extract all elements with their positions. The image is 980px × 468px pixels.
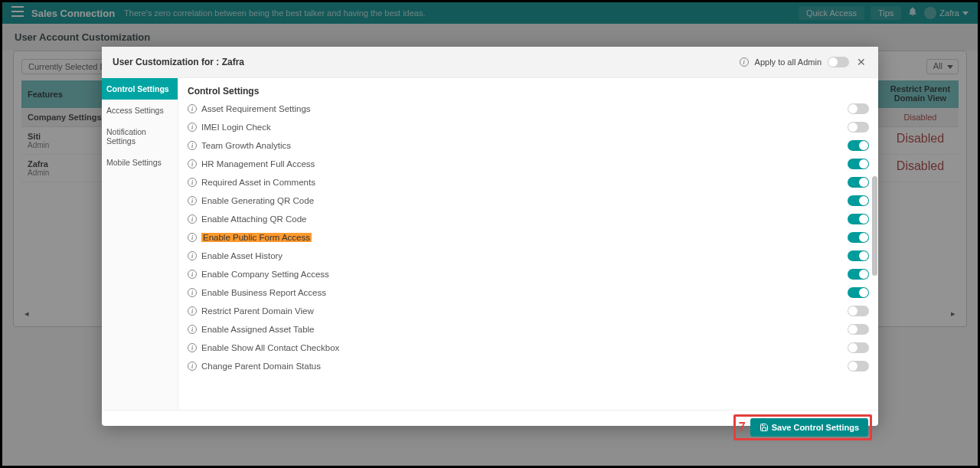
setting-label: Enable Public Form Access (201, 233, 312, 242)
info-icon[interactable]: i (188, 325, 197, 334)
settings-panel: Control Settings iAsset Requirement Sett… (178, 78, 878, 410)
setting-row: iHR Management Full Access (186, 155, 871, 173)
setting-toggle[interactable] (848, 214, 869, 224)
setting-label: Restrict Parent Domain View (201, 306, 314, 316)
setting-toggle[interactable] (848, 269, 869, 280)
setting-label: IMEI Login Check (201, 123, 271, 132)
info-icon[interactable]: i (188, 233, 197, 242)
setting-row: iChange Parent Domain Status (186, 357, 871, 375)
setting-toggle[interactable] (848, 306, 869, 316)
setting-toggle[interactable] (848, 140, 869, 151)
setting-row: iAsset Requirement Settings (186, 100, 871, 118)
sidebar-item-control-settings[interactable]: Control Settings (102, 78, 178, 100)
info-icon[interactable]: i (188, 270, 197, 279)
setting-toggle[interactable] (848, 287, 869, 298)
sidebar-item-notification-settings[interactable]: Notification Settings (102, 121, 178, 152)
setting-label: Enable Generating QR Code (201, 196, 314, 205)
setting-label: Enable Assigned Asset Table (201, 325, 314, 334)
user-customization-modal: User Customization for : Zafra i Apply t… (102, 47, 878, 426)
info-icon[interactable]: i (188, 196, 197, 205)
setting-row: iEnable Generating QR Code (186, 191, 871, 210)
setting-label: Asset Requirement Settings (201, 104, 311, 113)
save-label: Save Control Settings (772, 423, 859, 432)
setting-label: Enable Business Report Access (201, 288, 326, 297)
info-icon[interactable]: i (188, 141, 197, 150)
setting-toggle[interactable] (848, 177, 869, 188)
setting-label: Change Parent Domain Status (201, 362, 321, 371)
modal-footer: 7 Save Control Settings (102, 410, 878, 426)
setting-toggle[interactable] (848, 342, 869, 353)
apply-all-toggle[interactable] (828, 57, 849, 67)
setting-row: iEnable Public Form Access (186, 228, 871, 247)
setting-row: iEnable Asset History (186, 247, 871, 265)
info-icon[interactable]: i (740, 57, 749, 67)
callout-highlight: 7 Save Control Settings (733, 414, 872, 440)
save-icon (760, 423, 769, 432)
info-icon[interactable]: i (188, 123, 197, 132)
info-icon[interactable]: i (188, 362, 197, 371)
setting-toggle[interactable] (848, 122, 869, 133)
save-button[interactable]: Save Control Settings (750, 418, 868, 437)
setting-row: iEnable Attaching QR Code (186, 210, 871, 228)
modal-sidebar: Control SettingsAccess SettingsNotificat… (102, 78, 178, 410)
setting-label: Team Growth Analytics (201, 141, 291, 150)
setting-toggle[interactable] (848, 195, 869, 206)
setting-label: Enable Show All Contact Checkbox (201, 343, 339, 352)
sidebar-item-access-settings[interactable]: Access Settings (102, 100, 178, 121)
setting-row: iRequired Asset in Comments (186, 173, 871, 191)
close-icon[interactable]: ✕ (855, 54, 867, 70)
modal-header: User Customization for : Zafra i Apply t… (102, 47, 878, 78)
setting-row: iRestrict Parent Domain View (186, 302, 871, 320)
setting-row: iEnable Business Report Access (186, 283, 871, 302)
setting-toggle[interactable] (848, 361, 869, 371)
callout-number: 7 (739, 421, 746, 434)
settings-title: Control Settings (186, 78, 871, 100)
setting-row: iEnable Assigned Asset Table (186, 320, 871, 339)
info-icon[interactable]: i (188, 306, 197, 316)
apply-all-label: Apply to all Admin (755, 57, 822, 67)
setting-row: iEnable Show All Contact Checkbox (186, 339, 871, 357)
setting-toggle[interactable] (848, 324, 869, 335)
setting-label: Enable Company Setting Access (201, 270, 329, 279)
setting-row: iTeam Growth Analytics (186, 136, 871, 155)
modal-title: User Customization for : Zafra (113, 57, 244, 67)
info-icon[interactable]: i (188, 214, 197, 224)
info-icon[interactable]: i (188, 104, 197, 113)
info-icon[interactable]: i (188, 178, 197, 187)
setting-row: iEnable Company Setting Access (186, 265, 871, 283)
info-icon[interactable]: i (188, 251, 197, 260)
setting-toggle[interactable] (848, 250, 869, 261)
setting-label: HR Management Full Access (201, 159, 315, 169)
sidebar-item-mobile-settings[interactable]: Mobile Settings (102, 152, 178, 173)
setting-label: Enable Asset History (201, 251, 283, 260)
setting-label: Required Asset in Comments (201, 178, 315, 187)
info-icon[interactable]: i (188, 343, 197, 352)
setting-row: iIMEI Login Check (186, 118, 871, 136)
setting-label: Enable Attaching QR Code (201, 214, 306, 224)
setting-toggle[interactable] (848, 232, 869, 243)
settings-scrollbar[interactable] (872, 100, 878, 410)
setting-toggle[interactable] (848, 159, 869, 169)
info-icon[interactable]: i (188, 288, 197, 297)
info-icon[interactable]: i (188, 159, 197, 169)
setting-toggle[interactable] (848, 103, 869, 114)
